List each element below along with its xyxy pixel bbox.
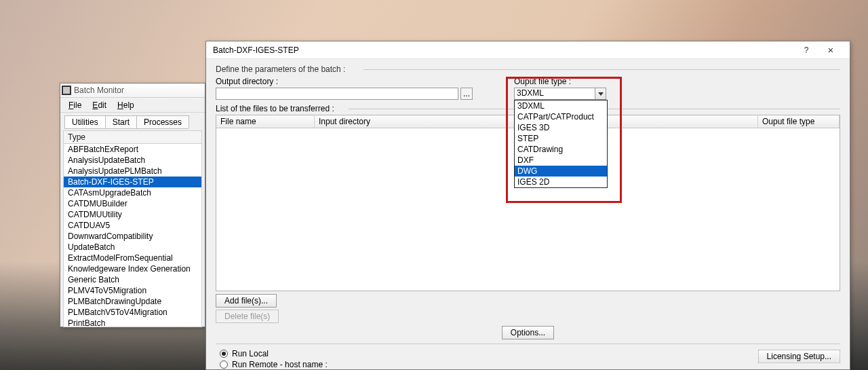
output-type-dropdown-list: 3DXMLCATPart/CATProductIGES 3DSTEPCATDra… [514,100,608,188]
tab-processes[interactable]: Processes [136,115,189,128]
batch-monitor-title: Batch Monitor [74,86,124,95]
browse-output-dir-button[interactable]: ... [460,88,473,100]
app-icon [62,86,71,95]
col-output-type[interactable]: Ouput file type [758,115,840,128]
list-item[interactable]: AnalysisUpdateBatch [64,155,201,166]
run-remote-label: Run Remote - host name : [232,360,328,369]
licensing-setup-button[interactable]: Licensing Setup... [758,350,840,363]
dialog-title: Batch-DXF-IGES-STEP [213,45,794,55]
col-file-name[interactable]: File name [216,115,315,128]
run-local-radio[interactable]: Run Local [216,348,758,359]
list-item[interactable]: DownwardCompatibility [64,231,201,242]
dropdown-item[interactable]: STEP [515,133,607,144]
batch-dialog-window: Batch-DXF-IGES-STEP ? × Define the param… [205,41,850,370]
batch-monitor-window: Batch Monitor File Edit Help Utilities S… [60,83,205,327]
list-item[interactable]: PLMBatchV5ToV4Migration [64,307,201,318]
list-files-label: List of the files to be transferred : [216,104,334,113]
list-item[interactable]: Generic Batch [64,274,201,285]
dropdown-item[interactable]: CATDrawing [515,144,607,155]
list-item[interactable]: UpdateBatch [64,242,201,253]
list-item[interactable]: ExtractModelFromSequential [64,253,201,263]
dropdown-item[interactable]: IGES 3D [515,122,607,133]
output-type-combo[interactable]: 3DXML 3DXMLCATPart/CATProductIGES 3DSTEP… [514,88,606,100]
batch-monitor-tabs: Utilities Start Processes [64,115,189,129]
batch-monitor-titlebar[interactable]: Batch Monitor [60,84,205,98]
list-item[interactable]: CATDUAV5 [64,220,201,231]
run-remote-radio[interactable]: Run Remote - host name : [216,359,758,370]
radio-icon [220,350,228,358]
list-item[interactable]: Knowledgeware Index Generation [64,263,201,274]
tab-utilities[interactable]: Utilities [64,115,106,128]
list-item[interactable]: CATDMUUtility [64,209,201,220]
list-item[interactable]: ABFBatchExReport [64,144,201,155]
run-local-label: Run Local [232,349,269,358]
help-button[interactable]: ? [794,43,818,58]
close-icon: × [828,45,834,55]
output-dir-label: Output directory : [216,77,514,86]
dropdown-item[interactable]: CATPart/CATProduct [515,111,607,122]
delete-files-button: Delete file(s) [216,310,279,323]
options-button[interactable]: Options... [502,326,554,339]
dropdown-item[interactable]: IGES 2D [515,177,607,187]
list-item[interactable]: PrintBatch [64,318,201,327]
combo-dropdown-button[interactable] [595,88,606,100]
batch-monitor-list: Type ABFBatchExReportAnalysisUpdateBatch… [63,130,202,327]
list-item[interactable]: CATAsmUpgradeBatch [64,187,201,198]
tab-start[interactable]: Start [105,115,137,128]
list-item[interactable]: AnalysisUpdatePLMBatch [64,166,201,177]
group-separator [363,69,840,70]
output-type-label: Ouput file type : [514,77,650,86]
menu-help[interactable]: Help [112,99,140,111]
add-files-button[interactable]: Add file(s)... [216,294,277,308]
dropdown-item[interactable]: 3DXML [515,100,607,111]
menu-file[interactable]: File [63,99,87,111]
dialog-body: Define the parameters of the batch : Out… [206,59,850,370]
list-header-type[interactable]: Type [64,131,201,144]
dropdown-item[interactable]: DXF [515,155,607,166]
dialog-titlebar[interactable]: Batch-DXF-IGES-STEP ? × [206,41,850,59]
separator-line [216,344,840,344]
output-dir-input[interactable] [216,88,458,100]
svg-rect-1 [63,87,70,94]
list-item[interactable]: PLMV4ToV5Migration [64,285,201,296]
batch-monitor-menubar: File Edit Help [60,98,205,113]
radio-icon [220,360,228,369]
help-icon: ? [804,45,809,55]
dropdown-item[interactable]: DWG [515,166,607,177]
menu-edit[interactable]: Edit [87,99,112,111]
output-type-value: 3DXML [514,88,595,100]
list-item[interactable]: Batch-DXF-IGES-STEP [64,177,201,187]
group-label: Define the parameters of the batch : [216,64,345,74]
chevron-down-icon [598,92,604,96]
close-button[interactable]: × [818,43,843,58]
ellipsis-icon: ... [463,89,470,98]
list-item[interactable]: CATDMUBuilder [64,198,201,209]
list-item[interactable]: PLMBatchDrawingUpdate [64,296,201,307]
